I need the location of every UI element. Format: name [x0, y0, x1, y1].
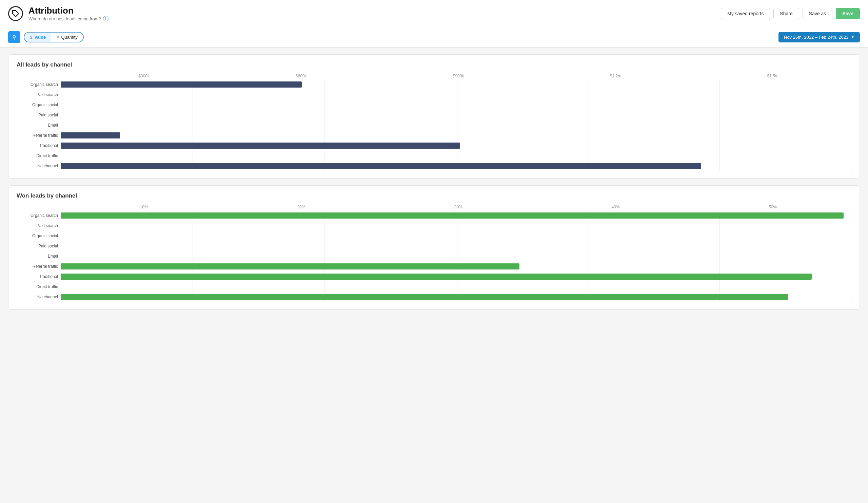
- bar-label: Paid search: [17, 223, 58, 228]
- bar-wrapper: [61, 233, 851, 239]
- bar-wrapper: [61, 92, 851, 98]
- bar-row: No channel: [61, 292, 851, 302]
- won-leads-chart-rows: Organic searchPaid searchOrganic socialP…: [61, 211, 851, 302]
- bar-row: Traditional: [61, 141, 851, 150]
- bar-wrapper: [61, 284, 851, 290]
- bar: [61, 273, 812, 280]
- bar-label: Organic social: [17, 233, 58, 238]
- header-actions: My saved reports Share Save as Save: [721, 8, 860, 19]
- bar-row: Email: [61, 252, 851, 261]
- bar-row: Organic social: [61, 100, 851, 110]
- x-axis-label: $300k: [65, 74, 223, 78]
- bar-label: Organic social: [17, 102, 58, 107]
- bar-row: Direct traffic: [61, 282, 851, 292]
- won-leads-chart: Won leads by channel 10%20%30%40%50% Org…: [8, 185, 860, 310]
- all-leads-chart: All leads by channel $300k$600k$900k$1.2…: [8, 54, 860, 179]
- bar-label: Paid search: [17, 92, 58, 97]
- bar-row: No channel: [61, 161, 851, 171]
- bar-wrapper: [61, 294, 851, 300]
- bar: [61, 81, 302, 88]
- content: All leads by channel $300k$600k$900k$1.2…: [0, 48, 868, 316]
- bar-row: Paid social: [61, 110, 851, 120]
- saved-reports-button[interactable]: My saved reports: [721, 8, 770, 19]
- bar-row: Email: [61, 120, 851, 130]
- x-axis-label: $600k: [223, 74, 380, 78]
- bar-label: Paid social: [17, 113, 58, 118]
- x-axis-label: $1.2m: [537, 74, 694, 78]
- header: Attribution Where do our best leads come…: [0, 0, 868, 27]
- bar-label: Direct traffic: [17, 153, 58, 158]
- bar-wrapper: [61, 263, 851, 270]
- bar-wrapper: [61, 153, 851, 159]
- bar-label: Organic search: [17, 213, 58, 218]
- x-axis-label: $1.5m: [694, 74, 851, 78]
- share-button[interactable]: Share: [773, 8, 799, 19]
- bar: [61, 163, 701, 169]
- quantity-toggle[interactable]: # Quantity: [51, 33, 83, 42]
- bar-row: Organic social: [61, 231, 851, 241]
- bar: [61, 142, 460, 149]
- won-leads-bar-chart: 10%20%30%40%50% Organic searchPaid searc…: [17, 205, 851, 302]
- x-axis-label: 50%: [694, 205, 851, 209]
- bar-label: Referral traffic: [17, 133, 58, 138]
- page-subtitle: Where do our best leads come from? i: [29, 16, 108, 21]
- won-leads-chart-body: Organic searchPaid searchOrganic socialP…: [17, 211, 851, 302]
- bar-label: No channel: [17, 164, 58, 168]
- save-button[interactable]: Save: [836, 8, 860, 19]
- bar-label: Traditional: [17, 143, 58, 148]
- won-leads-title: Won leads by channel: [17, 192, 851, 199]
- bar-row: Paid search: [61, 221, 851, 230]
- bar-label: No channel: [17, 295, 58, 299]
- bar: [61, 263, 519, 270]
- value-toggle[interactable]: $ Value: [24, 33, 51, 42]
- bar-label: Email: [17, 254, 58, 259]
- chevron-down-icon: ▼: [851, 35, 855, 39]
- toolbar: ⚲ $ Value # Quantity Nov 26th, 2022 – Fe…: [0, 27, 868, 48]
- all-leads-bar-chart: $300k$600k$900k$1.2m$1.5m Organic search…: [17, 74, 851, 171]
- filter-button[interactable]: ⚲: [8, 31, 20, 43]
- bar-wrapper: [61, 243, 851, 249]
- bar-row: Organic search: [61, 80, 851, 89]
- x-axis-label: 40%: [537, 205, 694, 209]
- logo-icon: [8, 6, 23, 21]
- filter-icon: ⚲: [12, 34, 16, 40]
- x-axis-label: 30%: [380, 205, 537, 209]
- bar-wrapper: [61, 273, 851, 280]
- bar: [61, 212, 844, 219]
- bar-label: Paid social: [17, 244, 58, 249]
- date-range-label: Nov 26th, 2022 – Feb 24th, 2023: [784, 34, 848, 40]
- bar-row: Direct traffic: [61, 151, 851, 161]
- bar-label: Direct traffic: [17, 284, 58, 289]
- all-leads-title: All leads by channel: [17, 61, 851, 68]
- bar-row: Paid search: [61, 90, 851, 99]
- all-leads-chart-body: Organic searchPaid searchOrganic socialP…: [17, 80, 851, 171]
- bar-wrapper: [61, 163, 851, 169]
- won-leads-x-axis: 10%20%30%40%50%: [61, 205, 851, 209]
- hash-symbol: #: [56, 34, 59, 40]
- all-leads-x-axis: $300k$600k$900k$1.2m$1.5m: [61, 74, 851, 78]
- x-axis-label: 10%: [65, 205, 223, 209]
- save-as-button[interactable]: Save as: [803, 8, 833, 19]
- bar-row: Referral traffic: [61, 262, 851, 271]
- bar-wrapper: [61, 132, 851, 139]
- bar-wrapper: [61, 142, 851, 149]
- view-toggle: $ Value # Quantity: [24, 32, 84, 42]
- bar-label: Organic search: [17, 82, 58, 87]
- bar: [61, 132, 120, 139]
- bar-wrapper: [61, 81, 851, 88]
- quantity-label: Quantity: [61, 34, 77, 40]
- bar-label: Email: [17, 123, 58, 128]
- all-leads-chart-rows: Organic searchPaid searchOrganic socialP…: [61, 80, 851, 171]
- page-title: Attribution: [29, 6, 108, 16]
- date-range-button[interactable]: Nov 26th, 2022 – Feb 24th, 2023 ▼: [778, 32, 860, 42]
- bar-wrapper: [61, 253, 851, 259]
- bar-wrapper: [61, 112, 851, 118]
- bar-wrapper: [61, 102, 851, 108]
- x-axis-label: $900k: [380, 74, 537, 78]
- bar-row: Paid social: [61, 241, 851, 251]
- dollar-symbol: $: [30, 34, 32, 40]
- x-axis-label: 20%: [223, 205, 380, 209]
- bar-wrapper: [61, 122, 851, 128]
- bar-label: Referral traffic: [17, 264, 58, 269]
- value-label: Value: [34, 34, 46, 40]
